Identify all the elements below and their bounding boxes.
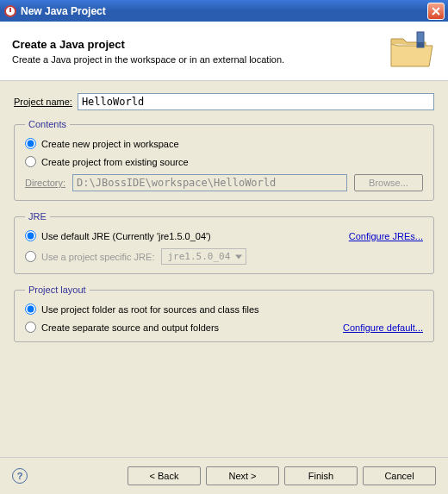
- svg-rect-1: [9, 8, 11, 12]
- help-icon[interactable]: ?: [12, 468, 28, 484]
- contents-group: Contents Create new project in workspace…: [14, 119, 434, 201]
- project-layout-legend: Project layout: [25, 285, 90, 295]
- wizard-header: Create a Java project Create a Java proj…: [0, 22, 448, 81]
- project-layout-group: Project layout Use project folder as roo…: [14, 285, 434, 342]
- use-default-jre-label: Use default JRE (Currently 'jre1.5.0_04'…: [41, 231, 211, 241]
- window-title: New Java Project: [21, 5, 427, 17]
- back-button[interactable]: < Back: [128, 466, 201, 485]
- create-from-existing-label: Create project from existing source: [41, 157, 189, 167]
- app-icon: [3, 4, 17, 18]
- create-in-workspace-radio[interactable]: [25, 138, 36, 149]
- jre-group: JRE Use default JRE (Currently 'jre1.5.0…: [14, 211, 434, 274]
- button-bar: ? < Back Next > Finish Cancel: [0, 457, 448, 494]
- jre-legend: JRE: [25, 211, 50, 222]
- use-root-folder-radio[interactable]: [25, 303, 36, 315]
- directory-input: [72, 174, 347, 191]
- page-title: Create a Java project: [12, 38, 388, 51]
- configure-default-link[interactable]: Configure default...: [343, 322, 423, 333]
- separate-folders-label: Create separate source and output folder…: [41, 322, 219, 333]
- finish-button[interactable]: Finish: [284, 466, 358, 485]
- project-name-input[interactable]: [78, 93, 434, 110]
- configure-jres-link[interactable]: Configure JREs...: [349, 231, 423, 241]
- svg-rect-3: [417, 42, 424, 47]
- use-root-folder-label: Use project folder as root for sources a…: [41, 304, 259, 315]
- specific-jre-combo: jre1.5.0_04: [161, 248, 246, 265]
- use-specific-jre-radio[interactable]: [25, 251, 36, 262]
- create-in-workspace-label: Create new project in workspace: [41, 139, 179, 149]
- browse-button: Browse...: [354, 174, 423, 191]
- create-from-existing-radio[interactable]: [25, 156, 36, 167]
- project-name-label: Project name:: [14, 97, 72, 107]
- cancel-button[interactable]: Cancel: [363, 466, 436, 485]
- separate-folders-radio[interactable]: [25, 322, 36, 333]
- titlebar: New Java Project: [0, 0, 448, 22]
- next-button[interactable]: Next >: [206, 466, 279, 485]
- use-default-jre-radio[interactable]: [25, 230, 36, 241]
- directory-label: Directory:: [25, 178, 65, 188]
- contents-legend: Contents: [25, 119, 70, 129]
- folder-icon: [388, 30, 436, 72]
- use-specific-jre-label: Use a project specific JRE:: [41, 252, 154, 262]
- page-subtitle: Create a Java project in the workspace o…: [12, 54, 388, 65]
- close-button[interactable]: [427, 3, 445, 20]
